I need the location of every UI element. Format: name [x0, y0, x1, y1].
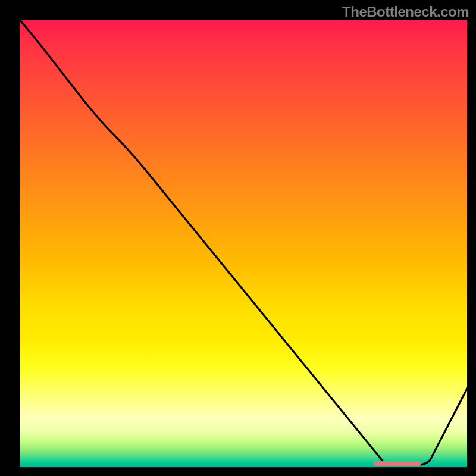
- plot-area: [20, 20, 467, 467]
- chart-container: TheBottleneck.com: [0, 0, 476, 476]
- watermark-text: TheBottleneck.com: [342, 4, 469, 20]
